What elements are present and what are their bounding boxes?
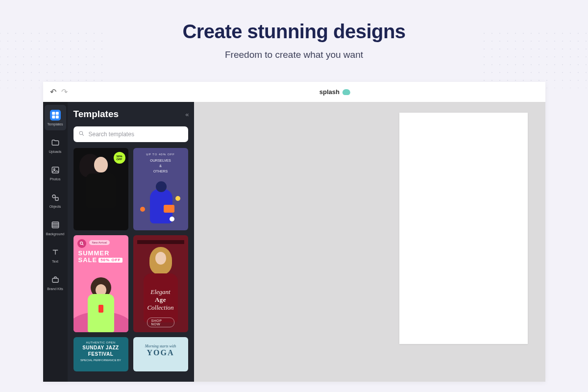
template-text: FESTIVAL	[76, 351, 125, 357]
canvas-area[interactable]	[194, 102, 545, 382]
sidebar-item-label: Templates	[48, 122, 63, 126]
sidebar-item-label: Objects	[49, 205, 61, 208]
sidebar-item-background[interactable]: Background	[45, 215, 66, 240]
template-text: YOGA	[133, 348, 188, 357]
template-text: Collection	[133, 304, 188, 312]
template-card[interactable]: 50% OFF	[74, 148, 128, 230]
briefcase-icon	[50, 274, 61, 285]
templates-grid: 50% OFF UP TO 40% OFF OURSELVES & OTHERS	[74, 148, 188, 371]
template-text: SHOP NOW	[147, 318, 174, 327]
templates-panel: Templates « 50% OFF UP TO 40% OFF OURSEL…	[68, 102, 194, 382]
sidebar-item-objects[interactable]: Objects	[45, 187, 66, 213]
template-text: AUTHENTIC OPEN	[76, 341, 125, 344]
undo-button[interactable]: ↶	[50, 87, 56, 97]
sidebar-item-photos[interactable]: Photos	[45, 160, 66, 185]
sidebar-item-label: Uploads	[49, 150, 62, 153]
sidebar-item-label: Text	[52, 260, 58, 263]
template-text: OURSELVES	[133, 158, 188, 163]
template-card[interactable]: UP TO 40% OFF OURSELVES & OTHERS	[133, 148, 188, 230]
text-icon	[50, 247, 61, 258]
artboard[interactable]	[399, 113, 528, 344]
svg-rect-4	[52, 167, 59, 173]
svg-rect-2	[52, 115, 55, 118]
sidebar-item-uploads[interactable]: Uploads	[45, 132, 66, 158]
sidebar-item-brand-kits[interactable]: Brand Kits	[45, 270, 66, 295]
editor-topbar: ↶ ↷ splash	[43, 82, 545, 102]
template-text: Elegant	[133, 288, 188, 296]
svg-point-5	[53, 169, 55, 170]
svg-point-6	[52, 195, 55, 197]
editor-window: ↶ ↷ splash Templates Uploads	[43, 82, 545, 382]
template-text: 50% OFF	[98, 258, 122, 263]
sidebar-item-text[interactable]: Text	[45, 242, 66, 268]
hero-subtitle: Freedom to create what you want	[0, 49, 588, 60]
sidebar-item-label: Photos	[50, 177, 61, 181]
template-text: UP TO 40% OFF	[133, 153, 188, 156]
svg-rect-1	[55, 112, 58, 115]
sidebar-item-label: Background	[46, 232, 64, 236]
redo-button[interactable]: ↷	[61, 87, 68, 97]
background-icon	[50, 220, 61, 230]
svg-rect-7	[55, 197, 58, 200]
zoom-icon	[77, 239, 86, 248]
brand: splash	[319, 88, 350, 96]
template-text: SUNDAY JAZZ	[76, 345, 125, 350]
svg-point-11	[80, 242, 82, 245]
template-text: New Arrival	[89, 240, 110, 245]
template-text: Age	[133, 296, 188, 304]
svg-rect-9	[52, 278, 58, 282]
template-search[interactable]	[74, 126, 188, 142]
folder-icon	[50, 137, 61, 148]
templates-icon	[50, 110, 61, 121]
svg-rect-0	[52, 112, 55, 115]
svg-point-10	[79, 131, 83, 135]
hero-title: Create stunning designs	[0, 21, 588, 43]
image-icon	[50, 165, 61, 175]
hero: Create stunning designs Freedom to creat…	[0, 0, 588, 60]
cloud-icon	[343, 89, 350, 95]
brand-label: splash	[319, 88, 340, 96]
template-text: OTHERS	[133, 169, 188, 174]
sidebar-item-label: Brand Kits	[47, 287, 63, 291]
template-card[interactable]: Morning starts with YOGA	[133, 337, 188, 371]
search-input[interactable]	[89, 131, 183, 138]
shapes-icon	[50, 192, 61, 203]
template-text: SALE	[78, 256, 98, 264]
svg-rect-3	[55, 115, 58, 118]
template-text: SUMMER	[78, 250, 123, 257]
sidebar-item-templates[interactable]: Templates	[45, 105, 66, 130]
search-icon	[78, 130, 85, 138]
template-card[interactable]: AUTHENTIC OPEN SUNDAY JAZZ FESTIVAL SPEC…	[74, 337, 128, 371]
template-text: &	[133, 163, 188, 169]
collapse-panel-button[interactable]: «	[185, 111, 188, 118]
template-card[interactable]: New Arrival SUMMER SALE50% OFF	[74, 235, 128, 332]
template-text: SPECIAL PERFORMANCE BY	[76, 359, 125, 362]
panel-title: Templates	[74, 109, 119, 120]
template-text: Morning starts with	[133, 344, 188, 348]
template-card[interactable]: Elegant Age Collection SHOP NOW	[133, 235, 188, 332]
tool-iconbar: Templates Uploads Photos Objects	[43, 102, 68, 382]
